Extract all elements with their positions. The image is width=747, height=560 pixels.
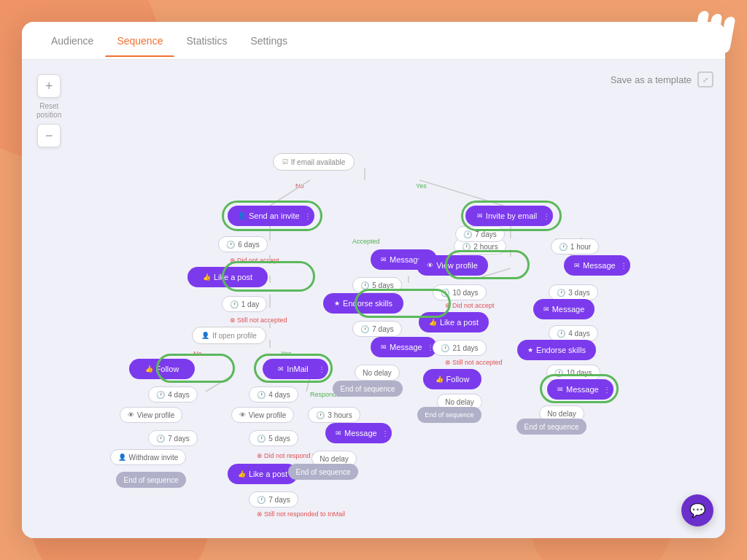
chat-widget[interactable]: 💬 (681, 494, 713, 526)
end-sequence-2-node: End of sequence (333, 381, 402, 397)
svg-line-1 (270, 180, 310, 206)
tab-statistics[interactable]: Statistics (174, 25, 239, 57)
delay-10days: 🕐 10 days (433, 284, 486, 300)
message-2-menu[interactable]: ⋮ (620, 262, 627, 270)
delay-4days-2-icon: 🕐 (257, 391, 266, 399)
invite-email-menu[interactable]: ⋮ (543, 212, 550, 220)
if-email-icon: ☑ (282, 158, 288, 166)
zoom-out-button[interactable]: − (37, 124, 61, 147)
like-post-1-icon: 👍 (203, 273, 211, 281)
message-5-menu[interactable]: ⋮ (382, 429, 389, 438)
message-4-icon: ✉ (543, 306, 549, 313)
delay-10days-2-icon: 🕐 (554, 369, 563, 377)
did-not-accept-label: ⊗ Did not accept (230, 257, 279, 264)
message-5-wrapper: ✉ Message ⋮ (325, 423, 392, 443)
endorse-skills-1-node[interactable]: ★ Endorse skills (323, 293, 403, 314)
delay-2hours-icon: 🕐 (462, 243, 471, 251)
no-delay-1: No delay (355, 365, 399, 381)
delay-4days-3: 🕐 4 days (549, 325, 597, 341)
still-not-accepted-label: ⊗ Still not accepted (230, 316, 287, 324)
delay-5days-2-icon: 🕐 (360, 281, 369, 289)
delay-1day: 🕐 1 day (222, 296, 267, 312)
delay-1hour-icon: 🕐 (559, 243, 568, 251)
message-3-wrapper: ✉ Message ⋮ (371, 337, 437, 357)
message-5-node[interactable]: ✉ Message ⋮ (325, 423, 392, 443)
message-2-wrapper: ✉ Message ⋮ (564, 255, 630, 276)
message-7-wrapper: ✉ Message ⋮ (547, 379, 614, 400)
tab-sequence[interactable]: Sequence (105, 25, 174, 57)
message-7-node[interactable]: ✉ Message ⋮ (547, 379, 614, 400)
inmail-1-node[interactable]: ✉ InMail ⋮ (263, 359, 328, 379)
delay-3hours-icon: 🕐 (316, 411, 325, 419)
view-profile-2-node[interactable]: 👁 View profile (120, 407, 183, 423)
withdraw-invite-icon: 👤 (118, 454, 126, 461)
follow-1-icon: 👍 (145, 365, 153, 373)
reset-position-label[interactable]: Resetposition (36, 102, 61, 120)
delay-7days-4: 🕐 7 days (249, 491, 298, 508)
zoom-in-button[interactable]: + (37, 74, 61, 98)
delay-4days-3-icon: 🕐 (557, 330, 565, 338)
message-5-icon: ✉ (336, 429, 341, 437)
endorse-skills-2-icon: ★ (527, 346, 533, 354)
message-3-icon: ✉ (381, 343, 387, 351)
delay-7days-1-icon: 🕐 (156, 435, 165, 443)
save-template-label: Save as a template (611, 74, 692, 85)
message-7-menu[interactable]: ⋮ (603, 386, 611, 394)
view-profile-3-node[interactable]: 👁 View profile (231, 407, 295, 423)
view-profile-1-icon: 👁 (427, 262, 433, 269)
delay-7days-2: 🕐 7 days (352, 321, 401, 337)
yes-branch-label-2: Yes (281, 350, 292, 357)
delay-3days: 🕐 3 days (549, 284, 597, 300)
endorse-skills-2-node[interactable]: ★ Endorse skills (517, 340, 596, 360)
svg-line-11 (306, 377, 310, 392)
delay-4days-1-icon: 🕐 (156, 391, 165, 399)
view-profile-3-icon: 👁 (239, 411, 246, 419)
inmail-1-icon: ✉ (278, 365, 284, 373)
send-invite-icon: 👤 (238, 212, 246, 219)
delay-21days: 🕐 21 days (433, 340, 486, 356)
invite-by-email-node[interactable]: ✉ Invite by email ⋮ (465, 206, 553, 226)
end-sequence-5-node: End of sequence (288, 464, 357, 480)
main-card: Audience Sequence Statistics Settings + … (22, 22, 725, 538)
if-open-profile-condition[interactable]: 👤 If open profile (192, 327, 266, 344)
delay-1day-icon: 🕐 (230, 300, 239, 308)
canvas-controls: + Resetposition − (36, 74, 61, 147)
accepted-1-label: Accepted (352, 238, 380, 245)
nav-tabs: Audience Sequence Statistics Settings (22, 22, 725, 60)
follow-1-node[interactable]: 👍 Follow (129, 359, 195, 379)
delay-5days-1-icon: 🕐 (257, 435, 266, 443)
delay-1hour: 🕐 1 hour (551, 238, 599, 254)
message-4-node[interactable]: ✉ Message (533, 299, 595, 319)
if-email-condition[interactable]: ☑ If email available (273, 153, 355, 171)
view-profile-2-icon: 👁 (128, 411, 134, 419)
invite-by-email-wrapper: ✉ Invite by email ⋮ (465, 206, 553, 226)
like-post-2-icon: 👍 (429, 319, 437, 326)
inmail-menu[interactable]: ⋮ (318, 365, 325, 373)
open-profile-icon: 👤 (201, 332, 209, 339)
delay-4days-2: 🕐 4 days (249, 386, 298, 402)
like-post-3-icon: 👍 (238, 470, 246, 478)
tab-settings[interactable]: Settings (239, 25, 299, 57)
delay-6days: 🕐 6 days (218, 236, 267, 252)
send-invite-node[interactable]: 👤 Send an invite ⋮ (228, 206, 314, 226)
delay-7days-invite: 🕐 7 days (455, 226, 504, 242)
follow-2-node[interactable]: 👍 Follow (423, 369, 481, 389)
endorse-skills-1-icon: ★ (334, 300, 340, 307)
send-invite-wrapper: 👤 Send an invite ⋮ (228, 206, 314, 226)
message-2-node[interactable]: ✉ Message ⋮ (564, 255, 630, 276)
like-post-2-node[interactable]: 👍 Like a post (419, 312, 489, 332)
no-branch-label-2: No (193, 350, 202, 357)
view-profile-1-node[interactable]: 👁 View profile (417, 255, 488, 276)
withdraw-invite-node[interactable]: 👤 Withdraw invite (110, 449, 187, 465)
logo (696, 11, 732, 53)
save-template-button[interactable]: Save as a template ⤢ (611, 71, 713, 88)
message-7-icon: ✉ (557, 386, 563, 393)
did-not-accept-2-label: ⊗ Did not accept (445, 302, 495, 309)
like-post-1-node[interactable]: 👍 Like a post (187, 267, 268, 287)
delay-7days-4-icon: 🕐 (257, 496, 266, 504)
chat-icon: 💬 (689, 502, 705, 518)
tab-audience[interactable]: Audience (39, 25, 105, 57)
send-invite-menu[interactable]: ⋮ (304, 212, 311, 220)
like-post-3-node[interactable]: 👍 Like a post (228, 464, 298, 484)
message-3-node[interactable]: ✉ Message ⋮ (371, 337, 437, 357)
